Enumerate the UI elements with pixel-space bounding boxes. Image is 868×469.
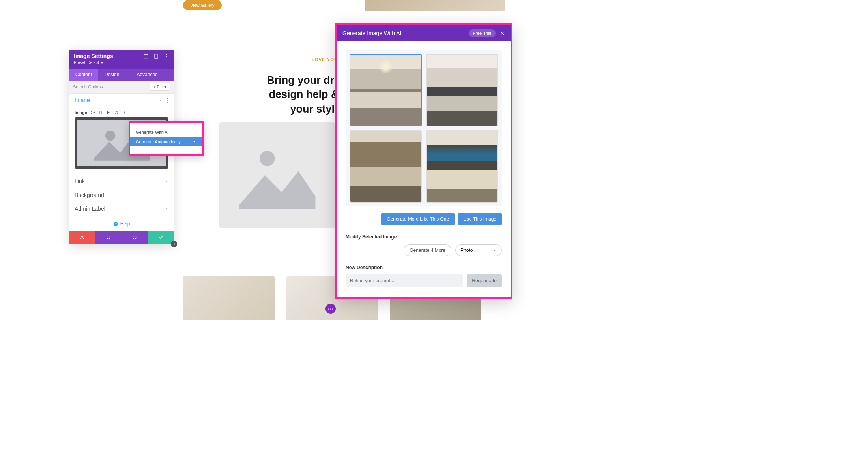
chevron-down-icon <box>493 248 497 252</box>
section-admin-label[interactable]: Admin Label <box>69 202 174 216</box>
more-icon[interactable] <box>164 54 169 59</box>
floating-action-button[interactable] <box>326 304 336 314</box>
expand-icon[interactable] <box>143 54 149 59</box>
svg-point-3 <box>166 56 167 57</box>
tab-design[interactable]: Design <box>98 69 125 81</box>
panel-title: Image Settings <box>74 53 113 59</box>
new-description-label: New Description <box>346 265 502 270</box>
tab-content[interactable]: Content <box>69 69 98 81</box>
generate-image-modal: Generate Image With AI Free Trial Genera… <box>337 25 511 297</box>
chevron-up-icon <box>159 98 163 102</box>
help-icon[interactable]: ? <box>90 110 95 115</box>
cursor-icon <box>192 140 196 144</box>
section-link[interactable]: Link <box>69 174 174 188</box>
svg-point-10 <box>124 114 125 114</box>
undo-button[interactable] <box>95 231 122 244</box>
svg-point-0 <box>259 151 275 166</box>
generated-image-4[interactable] <box>426 130 498 203</box>
close-icon[interactable] <box>499 30 505 36</box>
filter-button[interactable]: +Filter <box>150 83 170 91</box>
hero-image <box>365 0 505 11</box>
use-this-image-button[interactable]: Use This Image <box>458 213 502 225</box>
modify-label: Modify Selected Image <box>346 234 502 240</box>
help-link[interactable]: ? Help <box>69 216 174 231</box>
context-menu-highlight: Generate With AI Generate Automatically <box>129 121 204 156</box>
svg-rect-7 <box>100 111 101 114</box>
view-gallery-button[interactable]: View Gallery <box>183 0 222 10</box>
prompt-input[interactable] <box>346 274 463 287</box>
content-placeholder <box>219 122 335 228</box>
phone-icon[interactable] <box>98 110 103 115</box>
generated-image-2[interactable] <box>426 54 498 126</box>
tab-advanced[interactable]: Advanced <box>130 69 164 81</box>
save-button[interactable] <box>148 231 174 244</box>
hover-icon[interactable] <box>106 110 111 115</box>
more-icon[interactable] <box>167 98 168 103</box>
svg-point-2 <box>166 54 167 55</box>
svg-point-8 <box>124 111 125 112</box>
svg-point-11 <box>105 130 115 140</box>
reset-icon[interactable] <box>114 110 119 115</box>
panel-header: Image Settings Preset: Default ▾ <box>69 50 174 69</box>
svg-text:?: ? <box>92 111 94 114</box>
image-results-grid <box>346 50 502 206</box>
ai-modal-highlight: Generate Image With AI Free Trial Genera… <box>335 23 512 299</box>
section-label: Admin Label <box>75 206 105 212</box>
section-label: Link <box>75 178 85 184</box>
section-image[interactable]: Image <box>69 94 174 107</box>
svg-text:?: ? <box>115 222 116 226</box>
generate-4-more-button[interactable]: Generate 4 More <box>404 244 451 256</box>
section-label: Background <box>75 192 104 198</box>
chevron-down-icon <box>165 207 168 211</box>
tablet-icon[interactable] <box>153 54 159 59</box>
context-menu: Generate With AI Generate Automatically <box>130 123 202 150</box>
panel-footer <box>69 231 174 244</box>
settings-tabs: Content Design Advanced <box>69 69 174 81</box>
redo-button[interactable] <box>122 231 148 244</box>
section-background[interactable]: Background <box>69 188 174 202</box>
search-row: Search Options +Filter <box>69 81 174 94</box>
search-input[interactable]: Search Options <box>73 84 103 89</box>
section-label: Image <box>75 97 90 103</box>
resize-handle[interactable] <box>171 241 177 247</box>
chevron-down-icon <box>165 193 168 197</box>
modal-title: Generate Image With AI <box>342 30 401 36</box>
svg-point-9 <box>124 112 125 113</box>
chevron-down-icon <box>165 179 168 183</box>
svg-rect-1 <box>155 54 158 59</box>
field-label: Image <box>75 110 87 115</box>
menu-generate-automatically[interactable]: Generate Automatically <box>130 137 202 146</box>
modal-header: Generate Image With AI Free Trial <box>337 25 511 41</box>
gallery-card <box>183 276 275 320</box>
regenerate-button[interactable]: Regenerate <box>467 274 502 287</box>
generated-image-1[interactable] <box>350 54 422 126</box>
free-trial-badge[interactable]: Free Trial <box>469 29 496 37</box>
svg-point-4 <box>166 58 167 58</box>
generate-more-like-button[interactable]: Generate More Like This One <box>381 213 455 225</box>
menu-generate-with-ai[interactable]: Generate With AI <box>130 128 202 137</box>
cancel-button[interactable] <box>69 231 95 244</box>
style-select[interactable]: Photo <box>455 244 502 256</box>
generated-image-3[interactable] <box>350 130 422 203</box>
preset-dropdown[interactable]: Preset: Default ▾ <box>74 60 113 65</box>
more-icon[interactable] <box>122 110 127 115</box>
